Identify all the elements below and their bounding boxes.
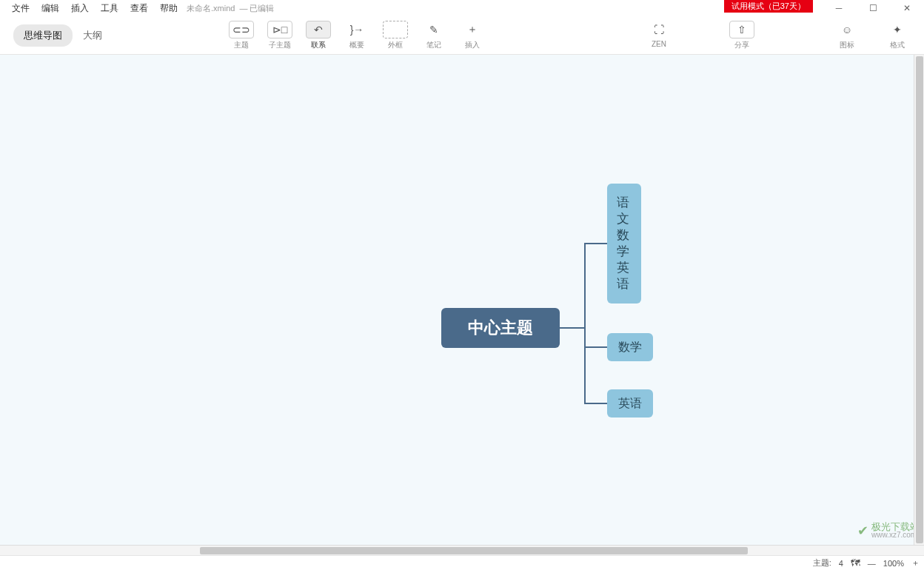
smile-icon: ☺ <box>834 21 860 38</box>
tool-share[interactable]: ⇧ 分享 <box>723 19 761 52</box>
tool-summary-label: 概要 <box>349 40 364 50</box>
maximize-button[interactable]: ☐ <box>856 0 890 16</box>
topic-count: 4 <box>839 559 843 568</box>
window-controls: ─ ☐ ✕ <box>822 0 924 16</box>
menu-tools[interactable]: 工具 <box>95 1 124 16</box>
share-icon: ⇧ <box>729 21 754 38</box>
tool-subtopic[interactable]: ⊳□ 子主题 <box>261 19 299 52</box>
menu-bar: 文件 编辑 插入 工具 查看 帮助 <box>0 1 184 16</box>
node-sub1[interactable]: 语 文 数 学 英 语 <box>607 184 641 304</box>
tool-icons[interactable]: ☺ 图标 <box>828 19 866 52</box>
tool-note-label: 笔记 <box>426 40 441 50</box>
menu-help[interactable]: 帮助 <box>154 1 184 16</box>
node-sub1-l2: 数 <box>617 227 632 244</box>
tool-subtopic-label: 子主题 <box>269 40 291 50</box>
tool-group-main: ⊂⊃ 主题 ⊳□ 子主题 ↶ 联系 }→ 概要 外框 ✎ 笔记 ＋ 插入 <box>222 19 492 52</box>
vertical-scrollbar[interactable] <box>914 55 924 545</box>
summary-icon: }→ <box>344 21 369 38</box>
tool-format[interactable]: ✦ 格式 <box>878 19 917 52</box>
tool-summary[interactable]: }→ 概要 <box>338 19 376 52</box>
edit-status: — 已编辑 <box>239 3 274 14</box>
boundary-icon <box>383 21 408 38</box>
tool-topic[interactable]: ⊂⊃ 主题 <box>222 19 261 52</box>
note-icon: ✎ <box>421 21 446 38</box>
canvas[interactable]: 中心主题 语 文 数 学 英 语 数学 英语 ✔ 极光下载站 www.xz7.c… <box>0 55 924 555</box>
subtopic-icon: ⊳□ <box>267 21 292 38</box>
format-icon: ✦ <box>885 21 910 38</box>
tool-boundary-label: 外框 <box>388 40 403 50</box>
node-sub1-l3: 学 <box>617 244 632 260</box>
tab-mindmap[interactable]: 思维导图 <box>13 24 73 47</box>
zen-icon: ⛶ <box>646 21 672 38</box>
tool-group-far-right: ☺ 图标 ✦ 格式 <box>828 19 917 52</box>
relation-icon: ↶ <box>306 21 331 38</box>
tool-zen[interactable]: ⛶ ZEN <box>640 19 678 52</box>
connectors <box>0 55 924 555</box>
horizontal-scrollbar[interactable] <box>0 545 924 555</box>
node-sub1-l1: 文 <box>617 211 632 227</box>
node-sub2[interactable]: 数学 <box>607 333 653 361</box>
trial-badge[interactable]: 试用模式（已37天） <box>724 0 813 13</box>
view-tabs: 思维导图 大纲 <box>13 24 113 47</box>
watermark-logo-icon: ✔ <box>857 523 868 539</box>
node-sub1-l4: 英 <box>617 260 632 276</box>
tool-zen-label: ZEN <box>652 40 666 48</box>
menu-view[interactable]: 查看 <box>124 1 154 16</box>
zoom-in-button[interactable]: ＋ <box>911 557 920 569</box>
menu-file[interactable]: 文件 <box>6 1 36 16</box>
tool-relation[interactable]: ↶ 联系 <box>299 19 338 52</box>
menu-edit[interactable]: 编辑 <box>36 1 65 16</box>
topic-icon: ⊂⊃ <box>229 21 254 38</box>
map-icon[interactable]: 🗺 <box>851 557 860 569</box>
tool-insert-label: 插入 <box>465 40 480 50</box>
node-central[interactable]: 中心主题 <box>441 308 560 348</box>
close-button[interactable]: ✕ <box>890 0 924 16</box>
toolbar: 思维导图 大纲 ⊂⊃ 主题 ⊳□ 子主题 ↶ 联系 }→ 概要 外框 ✎ 笔记 … <box>0 16 924 55</box>
tool-boundary[interactable]: 外框 <box>376 19 415 52</box>
tool-share-label: 分享 <box>734 40 749 50</box>
menu-insert[interactable]: 插入 <box>65 1 95 16</box>
tool-relation-label: 联系 <box>311 40 326 50</box>
vertical-scrollbar-thumb[interactable] <box>916 56 923 543</box>
tool-insert[interactable]: ＋ 插入 <box>453 19 492 52</box>
tab-outline[interactable]: 大纲 <box>73 24 113 47</box>
horizontal-scrollbar-thumb[interactable] <box>200 547 748 554</box>
statusbar: 主题: 4 🗺 — 100% ＋ <box>0 555 924 570</box>
tool-icons-label: 图标 <box>840 40 854 50</box>
node-sub3[interactable]: 英语 <box>607 389 653 418</box>
node-sub1-l5: 语 <box>617 276 632 292</box>
node-sub1-l0: 语 <box>617 195 632 211</box>
titlebar: 文件 编辑 插入 工具 查看 帮助 未命名.xmind — 已编辑 试用模式（已… <box>0 0 924 16</box>
insert-icon: ＋ <box>460 21 485 38</box>
tool-topic-label: 主题 <box>234 40 249 50</box>
watermark: ✔ 极光下载站 www.xz7.com <box>857 522 920 539</box>
tool-note[interactable]: ✎ 笔记 <box>415 19 453 52</box>
zoom-out-button[interactable]: — <box>868 559 876 568</box>
zoom-level[interactable]: 100% <box>883 559 904 568</box>
tool-format-label: 格式 <box>890 40 905 50</box>
minimize-button[interactable]: ─ <box>822 0 856 16</box>
document-filename: 未命名.xmind <box>187 3 235 14</box>
watermark-url: www.xz7.com <box>871 532 920 539</box>
tool-group-right: ⛶ ZEN ⇧ 分享 <box>640 19 761 52</box>
topic-count-label: 主题: <box>813 557 831 569</box>
